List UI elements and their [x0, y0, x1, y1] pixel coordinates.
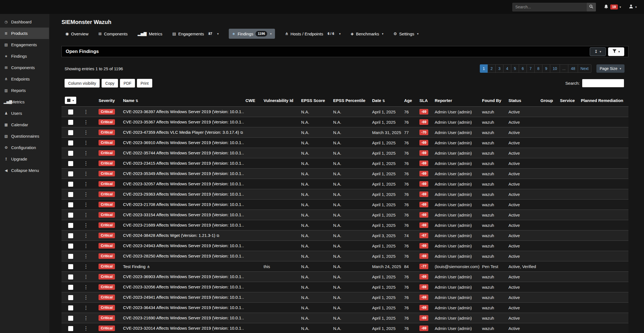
tab-findings[interactable]: ∗Findings1196▾	[229, 29, 275, 39]
row-menu-icon[interactable]: ⋮	[83, 171, 88, 176]
pdf-button[interactable]: PDF	[120, 79, 135, 87]
row-menu-icon[interactable]: ⋮	[83, 295, 88, 300]
finding-name-link[interactable]: CVE-2023-32014 Affects Windows Server 20…	[123, 326, 244, 330]
finding-name-link[interactable]: CVE-2023-36903 Affects Windows Server 20…	[123, 274, 244, 279]
finding-name-link[interactable]: CVE-2023-21708 Affects Windows Server 20…	[123, 202, 244, 207]
finding-name-link[interactable]: CVE-2023-35367 Affects Windows Server 20…	[123, 120, 244, 124]
sidebar-item-products[interactable]: ≣Products	[0, 28, 49, 39]
row-menu-icon[interactable]: ⋮	[83, 326, 88, 331]
sidebar-item-configuration[interactable]: ⚙Configuration	[0, 142, 49, 153]
finding-name-link[interactable]: CVE-2023-23415 Affects Windows Server 20…	[123, 161, 244, 166]
finding-name-link[interactable]: CVE-2023-21690 Affects Windows Server 20…	[123, 315, 244, 320]
tab-settings[interactable]: ⚙Settings▾	[394, 31, 419, 36]
row-menu-icon[interactable]: ⋮	[83, 233, 88, 238]
pagination-1[interactable]: 1	[480, 64, 488, 73]
finding-name-link[interactable]: CVE-2023-21689 Affects Windows Server 20…	[123, 223, 244, 227]
row-menu-icon[interactable]: ⋮	[83, 150, 88, 156]
finding-name-link[interactable]: CVE-2023-36434 Affects Windows Server 20…	[123, 305, 244, 310]
sidebar-item-metrics[interactable]: ▂▅▇Metrics	[0, 96, 49, 108]
finding-name-link[interactable]: CVE-2024-38428 Affects Wget (Version: 1.…	[123, 233, 215, 238]
tab-components[interactable]: ⊞Components	[99, 31, 128, 36]
tab-metrics[interactable]: ▂▅▇Metrics	[138, 31, 163, 36]
tab-hosts-endpoints[interactable]: ⋔Hosts / Endpoints6 / 6▾	[285, 31, 341, 37]
row-menu-icon[interactable]: ⋮	[83, 254, 88, 259]
pagination-5[interactable]: 5	[511, 64, 519, 73]
sidebar-item-users[interactable]: ♟Users	[0, 108, 49, 119]
row-checkbox[interactable]	[68, 326, 73, 331]
row-menu-icon[interactable]: ⋮	[83, 305, 88, 310]
row-checkbox[interactable]	[68, 233, 73, 238]
select-all-dropdown[interactable]: ▾	[65, 97, 76, 104]
sidebar-item-calendar[interactable]: ▦Calendar	[0, 119, 49, 130]
finding-name-link[interactable]: CVE-2023-32056 Affects Windows Server 20…	[123, 285, 244, 289]
row-menu-icon[interactable]: ⋮	[83, 109, 88, 115]
row-checkbox[interactable]	[68, 223, 73, 228]
tab-engagements[interactable]: ▤Engagements87▾	[172, 31, 219, 37]
finding-name-link[interactable]: CVE-2022-35744 Affects Windows Server 20…	[123, 150, 244, 155]
finding-name-link[interactable]: CVE-2023-36910 Affects Windows Server 20…	[123, 140, 244, 145]
row-checkbox[interactable]	[68, 120, 73, 125]
sidebar-item-components[interactable]: ⊞Components	[0, 62, 49, 73]
row-menu-icon[interactable]: ⋮	[83, 264, 88, 269]
row-checkbox[interactable]	[68, 305, 73, 310]
row-menu-icon[interactable]: ⋮	[83, 130, 88, 135]
finding-name-link[interactable]: CVE-2023-24941 Affects Windows Server 20…	[123, 295, 244, 300]
row-menu-icon[interactable]: ⋮	[83, 140, 88, 145]
pagination-next[interactable]: Next	[578, 64, 591, 73]
row-menu-icon[interactable]: ⋮	[83, 223, 88, 228]
page-size-button[interactable]: Page Size ▾	[596, 64, 625, 73]
sidebar-item-findings[interactable]: ∗Findings	[0, 50, 49, 62]
row-checkbox[interactable]	[68, 295, 73, 300]
finding-name-link[interactable]: Test Finding	[123, 264, 146, 269]
column-visibility-button[interactable]: Column visibility	[65, 79, 100, 87]
user-menu[interactable]: ▾	[629, 4, 637, 10]
global-search-input[interactable]	[512, 3, 587, 11]
row-checkbox[interactable]	[68, 285, 73, 290]
row-menu-icon[interactable]: ⋮	[83, 285, 88, 290]
finding-name-link[interactable]: CVE-2023-47359 Affects VLC Media Player …	[123, 130, 239, 135]
row-checkbox[interactable]	[68, 264, 73, 269]
finding-name-link[interactable]: CVE-2023-32057 Affects Windows Server 20…	[123, 181, 244, 186]
row-checkbox[interactable]	[68, 202, 73, 207]
row-checkbox[interactable]	[68, 151, 73, 156]
row-menu-icon[interactable]: ⋮	[83, 181, 88, 187]
finding-name-link[interactable]: CVE-2023-35349 Affects Windows Server 20…	[123, 171, 244, 176]
row-checkbox[interactable]	[68, 110, 73, 115]
pagination-2[interactable]: 2	[488, 64, 496, 73]
filter-button[interactable]: ▾	[608, 47, 624, 56]
pagination-4[interactable]: 4	[503, 64, 511, 73]
tab-overview[interactable]: ◉Overview	[65, 31, 89, 36]
row-checkbox[interactable]	[68, 213, 73, 218]
sidebar-item-engagements[interactable]: ▤Engagements	[0, 39, 49, 50]
finding-name-link[interactable]: CVE-2023-33154 Affects Windows Server 20…	[123, 212, 244, 217]
row-menu-icon[interactable]: ⋮	[83, 192, 88, 197]
row-checkbox[interactable]	[68, 182, 73, 187]
row-menu-icon[interactable]: ⋮	[83, 274, 88, 279]
sort-icon[interactable]: ⇅	[136, 99, 138, 103]
row-menu-icon[interactable]: ⋮	[83, 212, 88, 218]
sort-icon[interactable]: ⇅	[382, 99, 385, 103]
row-menu-icon[interactable]: ⋮	[83, 120, 88, 125]
row-checkbox[interactable]	[68, 254, 73, 259]
row-menu-icon[interactable]: ⋮	[83, 243, 88, 249]
row-checkbox[interactable]	[68, 244, 73, 249]
notifications-menu[interactable]: 19 ▾	[604, 4, 621, 10]
pagination-9[interactable]: 9	[542, 64, 550, 73]
row-menu-icon[interactable]: ⋮	[83, 202, 88, 207]
sidebar-item-dashboard[interactable]: ◷Dashboard	[0, 16, 49, 28]
finding-name-link[interactable]: CVE-2023-29363 Affects Windows Server 20…	[123, 192, 244, 196]
copy-button[interactable]: Copy	[102, 79, 118, 87]
row-checkbox[interactable]	[68, 161, 73, 166]
row-checkbox[interactable]	[68, 192, 73, 197]
tab-benchmarks[interactable]: ◈Benchmarks▾	[351, 31, 384, 36]
pagination-8[interactable]: 8	[534, 64, 542, 73]
row-menu-icon[interactable]: ⋮	[83, 315, 88, 321]
sidebar-item-upgrade[interactable]: ↥Upgrade	[0, 153, 49, 165]
row-checkbox[interactable]	[68, 316, 73, 321]
row-checkbox[interactable]	[68, 171, 73, 176]
table-search-input[interactable]	[582, 79, 624, 87]
sidebar-item-questionnaires[interactable]: ▧Questionnaires	[0, 130, 49, 142]
sidebar-item-reports[interactable]: ▥Reports	[0, 85, 49, 96]
row-checkbox[interactable]	[68, 274, 73, 279]
finding-name-link[interactable]: CVE-2023-24943 Affects Windows Server 20…	[123, 243, 244, 248]
